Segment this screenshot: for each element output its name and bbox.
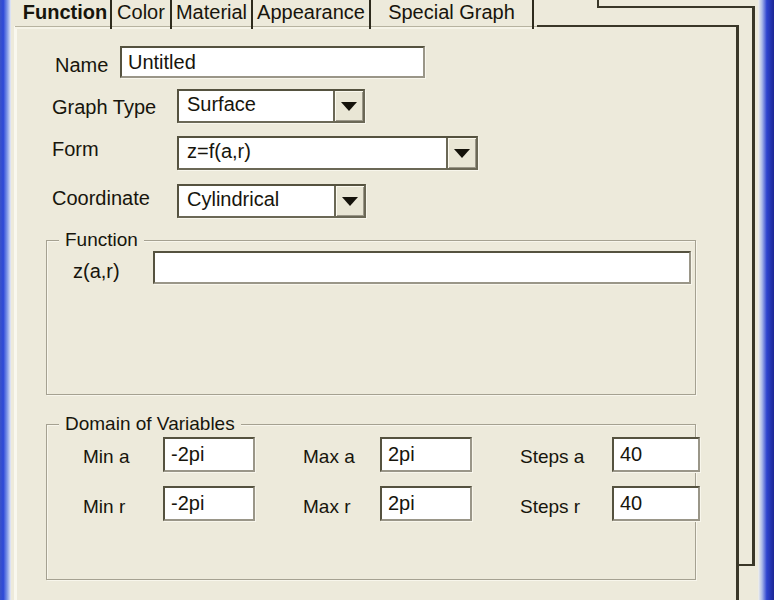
tab-special-graph[interactable]: Special Graph xyxy=(371,0,534,29)
tab-page-right-edge xyxy=(736,25,739,600)
tab-appearance[interactable]: Appearance xyxy=(253,0,371,29)
background-page-bottom-edge xyxy=(738,564,755,566)
graph-type-value: Surface xyxy=(187,93,256,116)
min-a-input[interactable] xyxy=(163,437,255,472)
steps-a-input[interactable] xyxy=(612,437,700,472)
coordinate-dropdown-button[interactable] xyxy=(334,186,364,216)
name-input[interactable] xyxy=(120,46,425,78)
form-label: Form xyxy=(52,138,99,161)
graph-type-dropdown-button[interactable] xyxy=(333,91,363,121)
z-function-input[interactable] xyxy=(153,251,691,284)
z-function-label: z(a,r) xyxy=(73,260,120,283)
steps-r-label: Steps r xyxy=(520,496,580,518)
function-group-title: Function xyxy=(59,229,144,251)
min-r-input[interactable] xyxy=(163,486,255,521)
steps-a-label: Steps a xyxy=(520,446,584,468)
max-a-input[interactable] xyxy=(380,437,472,472)
coordinate-label: Coordinate xyxy=(52,187,150,210)
graph-type-label: Graph Type xyxy=(52,96,156,119)
tab-page-left-highlight xyxy=(14,26,17,600)
dialog-window: Function Color Material Appearance Speci… xyxy=(0,0,774,600)
form-dropdown-button[interactable] xyxy=(446,138,476,168)
tab-material[interactable]: Material xyxy=(172,0,253,29)
min-r-label: Min r xyxy=(83,496,125,518)
chevron-down-icon xyxy=(342,197,358,206)
coordinate-select[interactable]: Cylindrical xyxy=(177,184,366,218)
steps-r-input[interactable] xyxy=(612,486,700,521)
background-page-right-edge xyxy=(752,6,755,566)
min-a-label: Min a xyxy=(83,446,129,468)
max-a-label: Max a xyxy=(303,446,355,468)
tab-color[interactable]: Color xyxy=(112,0,172,29)
domain-group: Domain of Variables xyxy=(46,424,696,580)
max-r-input[interactable] xyxy=(380,486,472,521)
window-border-left xyxy=(0,0,11,600)
form-select[interactable]: z=f(a,r) xyxy=(177,136,478,170)
tab-strip: Function Color Material Appearance Speci… xyxy=(20,0,534,29)
domain-group-title: Domain of Variables xyxy=(59,413,241,435)
graph-type-select[interactable]: Surface xyxy=(177,89,365,123)
coordinate-value: Cylindrical xyxy=(187,188,279,211)
tab-function[interactable]: Function xyxy=(20,0,112,29)
background-page-top-edge xyxy=(597,6,754,8)
chevron-down-icon xyxy=(341,102,357,111)
chevron-down-icon xyxy=(454,149,470,158)
tab-page-top-edge-right xyxy=(537,25,739,27)
max-r-label: Max r xyxy=(303,496,351,518)
window-border-right xyxy=(758,0,774,600)
form-value: z=f(a,r) xyxy=(187,140,251,163)
name-label: Name xyxy=(55,54,108,77)
